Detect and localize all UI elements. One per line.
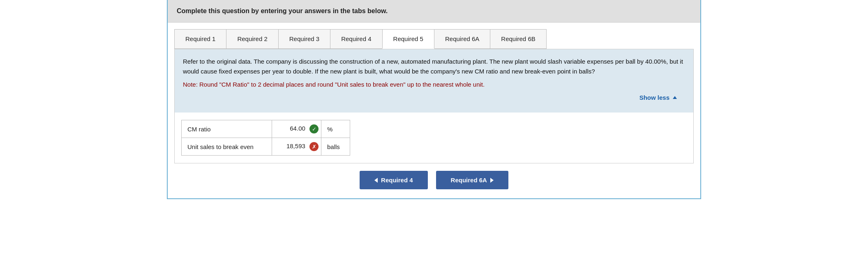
cm-ratio-unit: % [321,120,350,138]
tab-required-6a[interactable]: Required 6A [434,29,490,49]
unit-sales-label: Unit sales to break even [182,138,272,156]
cm-ratio-label: CM ratio [182,120,272,138]
check-icon: ✓ [309,124,319,133]
tab-required-5[interactable]: Required 5 [382,29,434,49]
x-icon: ✗ [309,142,319,151]
table-row: Unit sales to break even 18,593 ✗ balls [182,138,350,156]
instruction-bar: Complete this question by entering your … [168,0,700,23]
question-block: Refer to the original data. The company … [175,49,693,113]
tab-required-1[interactable]: Required 1 [174,29,226,49]
page-wrapper: Complete this question by entering your … [167,0,701,199]
next-button[interactable]: Required 6A [436,171,508,189]
tab-required-6b[interactable]: Required 6B [490,29,546,49]
tab-required-2[interactable]: Required 2 [226,29,278,49]
content-area: Refer to the original data. The company … [174,49,694,163]
tabs-row: Required 1 Required 2 Required 3 Require… [168,23,700,49]
prev-button[interactable]: Required 4 [360,171,428,189]
unit-sales-unit: balls [321,138,350,156]
chevron-left-icon [374,178,378,183]
question-note: Note: Round "CM Ratio" to 2 decimal plac… [183,80,685,90]
nav-buttons: Required 4 Required 6A [168,163,700,198]
tab-required-3[interactable]: Required 3 [278,29,330,49]
table-row: CM ratio 64.00 ✓ % [182,120,350,138]
tab-required-4[interactable]: Required 4 [330,29,382,49]
unit-sales-value: 18,593 ✗ [272,138,321,156]
cm-ratio-value: 64.00 ✓ [272,120,321,138]
chevron-right-icon [490,178,494,183]
arrow-up-icon [673,96,677,99]
data-table: CM ratio 64.00 ✓ % Unit sales to break e… [181,120,350,156]
show-less-button[interactable]: Show less [639,94,677,101]
question-body: Refer to the original data. The company … [183,57,685,76]
show-less-row: Show less [183,90,685,107]
instruction-text: Complete this question by entering your … [177,7,388,14]
